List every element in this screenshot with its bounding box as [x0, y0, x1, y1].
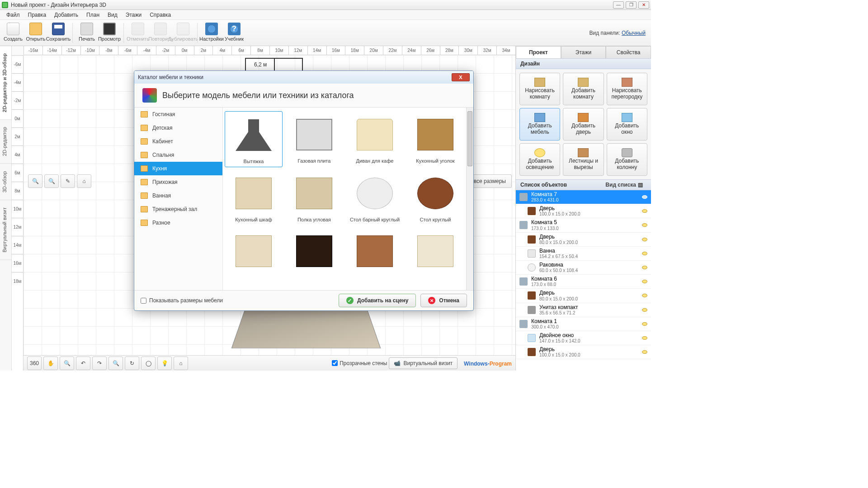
dialog-heading: Выберите модель мебели или техники из ка… [162, 91, 354, 100]
furniture-item[interactable]: Стол круглый [406, 170, 464, 225]
furniture-catalog-dialog: Каталог мебели и техники X Выберите моде… [134, 70, 474, 311]
cancel-icon [428, 297, 435, 304]
furniture-item[interactable]: Кухонный уголок [406, 111, 464, 167]
category-row[interactable]: Детская [134, 121, 222, 135]
furniture-item[interactable] [406, 228, 464, 277]
furniture-thumb [357, 235, 393, 267]
category-row[interactable]: Прихожая [134, 175, 222, 189]
check-icon [346, 297, 354, 304]
category-row[interactable]: Гостиная [134, 108, 222, 121]
furniture-thumb [417, 119, 453, 150]
furniture-item[interactable] [346, 228, 404, 277]
furniture-thumb [296, 178, 332, 209]
folder-icon [141, 125, 148, 131]
folder-icon [141, 192, 148, 199]
folder-icon [141, 220, 148, 226]
folder-icon [141, 152, 148, 158]
furniture-item[interactable]: Газовая плита [285, 111, 343, 167]
furniture-grid: ВытяжкаГазовая плитаДиван для кафеКухонн… [223, 108, 466, 290]
show-sizes-checkbox[interactable]: Показывать размеры мебели [141, 297, 223, 304]
furniture-item[interactable] [285, 228, 343, 277]
add-to-scene-button[interactable]: Добавить на сцену [339, 294, 416, 307]
furniture-item[interactable]: Кухонный шкаф [225, 170, 283, 225]
scrollbar[interactable] [466, 108, 473, 290]
furniture-thumb [357, 119, 393, 150]
category-list: ГостинаяДетскаяКабинетСпальняКухняПрихож… [134, 108, 223, 290]
category-row[interactable]: Спальня [134, 148, 222, 162]
dialog-title: Каталог мебели и техники [138, 74, 203, 80]
category-row[interactable]: Разное [134, 216, 222, 230]
modal-backdrop: Каталог мебели и техники X Выберите моде… [0, 0, 651, 371]
furniture-thumb [357, 178, 393, 209]
furniture-item[interactable] [225, 228, 283, 277]
folder-icon [141, 206, 148, 212]
furniture-item[interactable]: Диван для кафе [346, 111, 404, 167]
folder-icon [141, 138, 148, 145]
folder-icon [141, 165, 148, 172]
furniture-item[interactable]: Вытяжка [225, 111, 283, 167]
furniture-thumb [296, 119, 332, 150]
category-row[interactable]: Ванная [134, 189, 222, 202]
dialog-titlebar: Каталог мебели и техники X [134, 71, 473, 84]
dialog-header: Выберите модель мебели или техники из ка… [134, 84, 473, 107]
category-row[interactable]: Кабинет [134, 135, 222, 148]
furniture-thumb [417, 235, 453, 267]
folder-icon [141, 111, 148, 117]
furniture-thumb [417, 178, 453, 209]
catalog-icon [142, 88, 157, 103]
furniture-item[interactable]: Стол барный круглый [346, 170, 404, 225]
furniture-thumb [236, 178, 272, 209]
furniture-item[interactable]: Полка угловая [285, 170, 343, 225]
furniture-thumb [296, 235, 332, 267]
category-row[interactable]: Кухня [134, 162, 222, 175]
dialog-close-button[interactable]: X [452, 73, 470, 81]
dialog-footer: Показывать размеры мебели Добавить на сц… [134, 291, 473, 310]
cancel-button[interactable]: Отмена [420, 294, 467, 307]
furniture-thumb [236, 119, 272, 151]
category-row[interactable]: Тренажерный зал [134, 202, 222, 216]
furniture-thumb [236, 235, 272, 267]
folder-icon [141, 179, 148, 185]
